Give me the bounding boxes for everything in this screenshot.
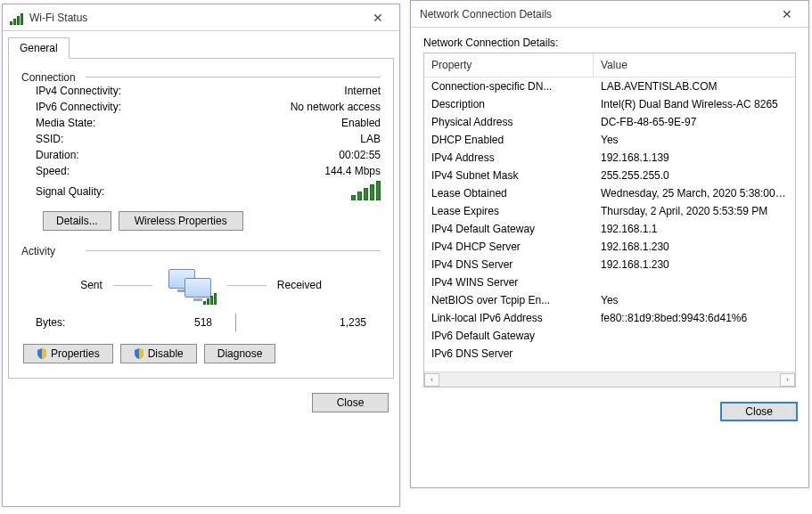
value-cell: Intel(R) Dual Band Wireless-AC 8265	[594, 97, 795, 111]
listview-rows: Connection-specific DN...LAB.AVENTISLAB.…	[424, 78, 795, 371]
diagnose-button[interactable]: Diagnose	[204, 344, 276, 363]
property-cell: Physical Address	[424, 115, 594, 129]
tab-panel-general: Connection IPv4 Connectivity: Internet I…	[8, 58, 394, 379]
list-item[interactable]: IPv4 Default Gateway192.168.1.1	[424, 220, 795, 238]
value-cell: 255.255.255.0	[594, 168, 795, 183]
list-item[interactable]: IPv4 Subnet Mask255.255.255.0	[424, 167, 795, 184]
properties-button[interactable]: Properties	[23, 344, 113, 363]
window-title: Wi-Fi Status	[29, 12, 358, 24]
wifi-status-dialog: Wi-Fi Status ✕ General Connection IPv4 C…	[2, 4, 400, 507]
list-item[interactable]: IPv4 Address192.168.1.139	[424, 149, 795, 167]
close-icon[interactable]: ✕	[358, 5, 398, 30]
row-ipv6-connectivity: IPv6 Connectivity: No network access	[21, 99, 381, 115]
scroll-right-icon[interactable]: ›	[780, 373, 795, 387]
value-cell: 192.168.1.230	[594, 257, 795, 272]
activity-graphic: Sent Received	[21, 262, 381, 308]
col-value[interactable]: Value	[594, 53, 795, 77]
row-speed: Speed: 144.4 Mbps	[21, 163, 381, 179]
list-item[interactable]: IPv6 DNS Server	[424, 345, 795, 363]
details-listview: Property Value Connection-specific DN...…	[423, 53, 796, 388]
list-item[interactable]: Link-local IPv6 Addressfe80::81d9:8bed:9…	[424, 309, 795, 327]
label: SSID:	[36, 133, 63, 145]
list-item[interactable]: IPv6 Default Gateway	[424, 327, 795, 345]
list-item[interactable]: Physical AddressDC-FB-48-65-9E-97	[424, 113, 795, 131]
property-cell: IPv4 DHCP Server	[424, 240, 594, 254]
list-item[interactable]: DescriptionIntel(R) Dual Band Wireless-A…	[424, 95, 795, 113]
wifi-signal-icon	[10, 11, 24, 25]
details-button[interactable]: Details...	[43, 211, 111, 231]
value: 144.4 Mbps	[324, 165, 381, 177]
value-cell: Yes	[594, 293, 795, 307]
titlebar[interactable]: Wi-Fi Status ✕	[3, 4, 399, 31]
network-connection-details-dialog: Network Connection Details ✕ Network Con…	[410, 0, 809, 488]
value-cell	[594, 329, 795, 343]
bytes-label: Bytes:	[36, 316, 65, 329]
disable-button[interactable]: Disable	[120, 344, 197, 363]
listview-header: Property Value	[424, 53, 795, 78]
property-cell: IPv4 Subnet Mask	[424, 168, 594, 183]
scroll-left-icon[interactable]: ‹	[424, 373, 439, 387]
close-icon[interactable]: ✕	[767, 2, 807, 27]
label: IPv4 Connectivity:	[36, 85, 121, 97]
col-property[interactable]: Property	[424, 53, 594, 77]
divider	[113, 285, 152, 286]
horizontal-scrollbar[interactable]: ‹ ›	[424, 371, 795, 387]
bytes-sent-value: 518	[105, 316, 212, 329]
value-cell	[594, 275, 795, 290]
label: IPv6 Connectivity:	[36, 101, 121, 113]
network-activity-icon	[163, 265, 217, 305]
value: 00:02:55	[339, 149, 381, 161]
sent-label: Sent	[80, 279, 103, 291]
label: Duration:	[36, 149, 79, 161]
label: Speed:	[36, 165, 70, 177]
list-item[interactable]: IPv4 WINS Server	[424, 273, 795, 291]
property-cell: Link-local IPv6 Address	[424, 311, 594, 325]
value-cell: fe80::81d9:8bed:9943:6d41%6	[594, 311, 795, 325]
close-button[interactable]: Close	[720, 402, 798, 421]
divider	[227, 285, 267, 286]
list-item[interactable]: DHCP EnabledYes	[424, 131, 795, 149]
value: LAB	[360, 133, 381, 145]
group-connection: Connection	[21, 71, 381, 78]
property-cell: IPv4 Address	[424, 151, 594, 165]
row-media-state: Media State: Enabled	[21, 115, 381, 131]
property-cell: IPv4 DNS Server	[424, 257, 594, 272]
value-cell: 192.168.1.230	[594, 240, 795, 254]
titlebar[interactable]: Network Connection Details ✕	[411, 1, 808, 28]
row-duration: Duration: 00:02:55	[21, 147, 381, 163]
label: Media State:	[36, 117, 95, 129]
list-item[interactable]: IPv4 DHCP Server192.168.1.230	[424, 238, 795, 256]
list-item[interactable]: Lease ExpiresThursday, 2 April, 2020 5:5…	[424, 202, 795, 220]
property-cell: IPv4 WINS Server	[424, 275, 594, 290]
property-cell: Description	[424, 97, 594, 111]
bytes-received-value: 1,235	[259, 316, 366, 329]
property-cell: IPv6 DNS Server	[424, 347, 594, 361]
divider	[235, 314, 236, 331]
row-bytes: Bytes: 518 1,235	[21, 308, 381, 331]
property-cell: NetBIOS over Tcpip En...	[424, 293, 594, 307]
list-item[interactable]: Connection-specific DN...LAB.AVENTISLAB.…	[424, 78, 795, 95]
details-caption: Network Connection Details:	[423, 37, 796, 49]
label: Signal Quality:	[36, 185, 104, 198]
property-cell: IPv6 Default Gateway	[424, 329, 594, 343]
value: Enabled	[341, 117, 381, 129]
window-title: Network Connection Details	[418, 8, 767, 20]
group-activity: Activity	[21, 245, 381, 251]
row-signal-quality: Signal Quality:	[21, 179, 381, 204]
list-item[interactable]: NetBIOS over Tcpip En...Yes	[424, 291, 795, 309]
close-button[interactable]: Close	[312, 393, 389, 412]
value-cell: 192.168.1.139	[594, 151, 795, 165]
signal-bars-icon	[351, 183, 381, 200]
value-cell: DC-FB-48-65-9E-97	[594, 115, 795, 129]
received-label: Received	[277, 279, 322, 291]
property-cell: Connection-specific DN...	[424, 79, 594, 94]
tab-general[interactable]: General	[8, 37, 70, 59]
value: Internet	[344, 85, 381, 97]
row-ipv4-connectivity: IPv4 Connectivity: Internet	[21, 83, 381, 99]
list-item[interactable]: Lease ObtainedWednesday, 25 March, 2020 …	[424, 184, 795, 202]
property-cell: Lease Expires	[424, 204, 594, 218]
value-cell: Yes	[594, 133, 795, 147]
wireless-properties-button[interactable]: Wireless Properties	[119, 211, 243, 231]
value-cell: LAB.AVENTISLAB.COM	[594, 79, 795, 94]
list-item[interactable]: IPv4 DNS Server192.168.1.230	[424, 256, 795, 273]
